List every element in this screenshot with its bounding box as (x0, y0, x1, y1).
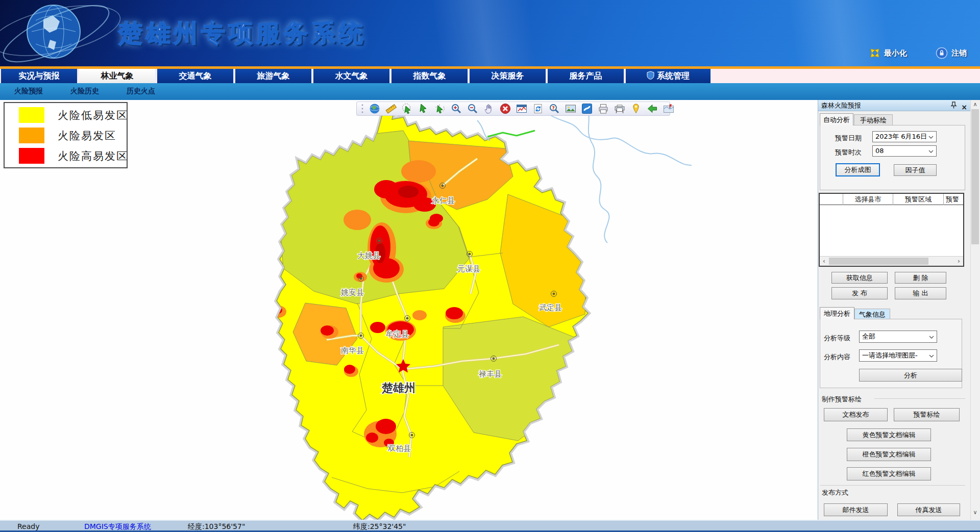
refresh-icon[interactable] (532, 103, 544, 114)
plot-group-label: 制作预警标绘 (822, 395, 862, 404)
delete-button[interactable]: 删 除 (895, 272, 946, 284)
col-blank[interactable] (820, 194, 843, 205)
close-icon[interactable]: × (961, 102, 967, 113)
col-warning[interactable]: 预警 (944, 194, 963, 205)
tab-traffic-weather[interactable]: 交通气象 (157, 69, 234, 83)
drag-handle[interactable] (361, 103, 364, 114)
col-county[interactable]: 选择县市 (843, 194, 893, 205)
map-county-label: 大姚县 (357, 251, 380, 260)
tab-weather-info[interactable]: 气象信息 (854, 309, 890, 319)
minimize-icon (869, 47, 880, 59)
warning-time-select[interactable]: 08 (872, 145, 937, 157)
get-info-button[interactable]: 获取信息 (831, 272, 888, 284)
vscroll-thumb[interactable] (971, 109, 979, 244)
image-export-icon[interactable] (565, 103, 576, 114)
analysis-level-label: 分析等级 (824, 334, 850, 343)
factor-value-button[interactable]: 因子值 (894, 164, 937, 176)
scroll-up-icon[interactable]: ∧ (971, 100, 979, 109)
tab-index-weather[interactable]: 指数气象 (391, 69, 469, 83)
publish-button[interactable]: 发 布 (831, 287, 888, 299)
analyze-map-button[interactable]: 分析成图 (836, 163, 880, 176)
analysis-level-select[interactable]: 全部 (859, 331, 937, 343)
analysis-content-label: 分析内容 (824, 352, 850, 362)
scroll-right-icon[interactable]: › (954, 257, 963, 266)
pan-icon[interactable] (483, 103, 495, 114)
header-banner: 楚雄州专项服务系统 最小化 注销 (0, 0, 980, 66)
scroll-left-icon[interactable]: ‹ (820, 257, 828, 266)
warning-date-value: 2023年 6月16日 (875, 133, 927, 140)
tab-auto-analysis[interactable]: 自动分析 (820, 113, 853, 125)
plot-print-icon[interactable] (614, 103, 625, 114)
chevron-down-icon (928, 150, 934, 153)
zoom-out-icon[interactable] (467, 103, 478, 114)
submenu-fire-forecast[interactable]: 火险预报 (14, 87, 43, 96)
analysis-content-value: 一请选择地理图层- (862, 351, 918, 359)
hscroll-thumb[interactable] (829, 258, 928, 265)
tab-system-management[interactable]: 系统管理 (626, 69, 712, 83)
spatial-query-icon[interactable] (581, 103, 593, 114)
map-county-label: 永仁县 (432, 196, 455, 205)
tab-hydro-weather[interactable]: 水文气象 (313, 69, 390, 83)
legend-item-low: 火险低易发区 (19, 107, 128, 123)
red-doc-button[interactable]: 红色预警文档编辑 (847, 467, 931, 480)
analysis-content-select[interactable]: 一请选择地理图层- (859, 349, 937, 362)
table-hscrollbar[interactable]: ‹ › (820, 256, 963, 266)
tab-decision-service[interactable]: 决策服务 (470, 69, 547, 83)
submenu-history-firepoints[interactable]: 历史火点 (127, 87, 155, 96)
pin-icon[interactable] (950, 102, 957, 113)
map-county-label: 牟定县 (386, 330, 409, 339)
logout-button[interactable]: 注销 (936, 47, 967, 59)
col-region[interactable]: 预警区域 (893, 194, 944, 205)
tab-live-forecast[interactable]: 实况与预报 (1, 69, 78, 83)
orange-doc-button[interactable]: 橙色预警文档编辑 (847, 448, 931, 461)
analysis-level-value: 全部 (862, 333, 875, 340)
globe-icon[interactable] (369, 103, 380, 114)
tab-label: 系统管理 (657, 71, 690, 81)
minimize-button[interactable]: 最小化 (869, 47, 907, 59)
doc-publish-button[interactable]: 文档发布 (824, 408, 888, 421)
app-title: 楚雄州专项服务系统 (118, 17, 366, 49)
select-circle-icon[interactable] (402, 103, 413, 114)
status-ready: Ready (17, 522, 39, 530)
select-lasso-icon[interactable] (434, 103, 446, 114)
chevron-down-icon (929, 336, 934, 339)
fax-send-button[interactable]: 传真发送 (897, 503, 960, 516)
yellow-doc-button[interactable]: 黄色预警文档编辑 (847, 428, 931, 441)
map-county-label: 禄丰县 (479, 369, 502, 378)
measure-icon[interactable] (385, 103, 397, 114)
legend-item-high: 火险高易发区 (19, 148, 128, 164)
back-icon[interactable] (647, 103, 658, 114)
tab-forestry-weather[interactable]: 林业气象 (79, 69, 156, 83)
scroll-down-icon[interactable]: ∨ (971, 508, 979, 517)
group-divider (874, 398, 965, 399)
zoom-in-icon[interactable] (451, 103, 462, 114)
legend-label: 火险易发区 (58, 129, 116, 143)
legend-label: 火险高易发区 (58, 149, 128, 163)
marker-icon[interactable] (630, 103, 642, 114)
minimize-label: 最小化 (884, 48, 907, 58)
sub-menubar: 火险预报 火险历史 历史火点 (0, 83, 980, 100)
print-icon[interactable] (598, 103, 609, 114)
application-window: 楚雄州专项服务系统 最小化 注销 实况与预报 林业气象 交通气象 旅游气象 水文… (0, 0, 980, 532)
submenu-fire-history[interactable]: 火险历史 (70, 87, 99, 96)
tab-manual-plot[interactable]: 手动标绘 (854, 114, 893, 125)
map-county-label: 元谋县 (457, 264, 480, 273)
warning-plot-button[interactable]: 预警标绘 (894, 408, 960, 421)
email-send-button[interactable]: 邮件发送 (824, 503, 888, 516)
tab-geo-analysis[interactable]: 地理分析 (820, 307, 854, 319)
tab-service-product[interactable]: 服务产品 (548, 69, 625, 83)
prefecture-label: 楚雄州 (381, 382, 415, 394)
forest-fire-panel: 森林火险预报 × 自动分析 手动标绘 预警日期 2023年 6月16日 预警时次… (818, 100, 980, 520)
clear-icon[interactable] (500, 103, 511, 114)
identify-icon[interactable]: ? (549, 103, 560, 114)
svg-text:?: ? (552, 106, 555, 111)
overview-window-icon[interactable] (516, 103, 527, 114)
warning-date-label: 预警日期 (835, 134, 862, 143)
panel-scrollbar[interactable]: ∧ ∨ (970, 100, 979, 520)
select-arrow-icon[interactable] (418, 103, 429, 114)
warning-date-select[interactable]: 2023年 6月16日 (872, 131, 937, 142)
analyze-button[interactable]: 分析 (859, 369, 962, 382)
tab-tourism-weather[interactable]: 旅游气象 (235, 69, 312, 83)
map-flag-icon[interactable] (663, 103, 674, 114)
export-button[interactable]: 输 出 (895, 287, 946, 299)
